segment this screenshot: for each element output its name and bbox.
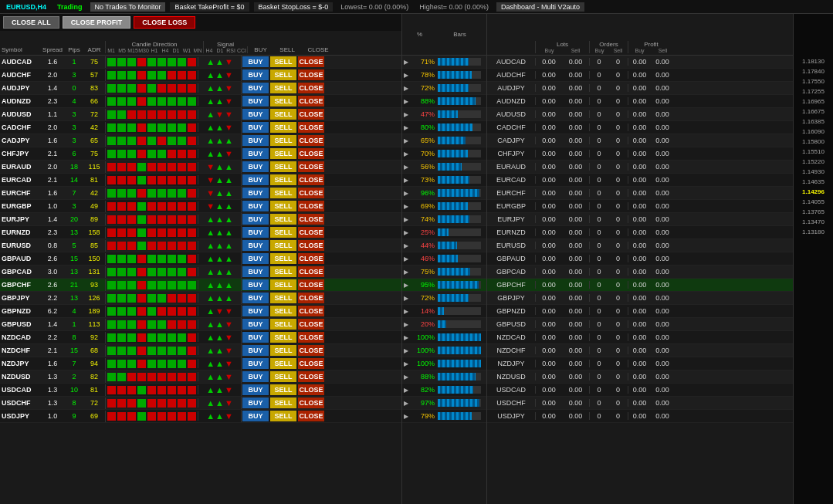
sell-button[interactable]: SELL	[270, 188, 296, 198]
buy-button[interactable]: BUY	[242, 371, 269, 382]
close-row-button[interactable]: CLOSE	[298, 83, 324, 93]
r-sym: EURUSD	[487, 242, 535, 249]
close-row-button[interactable]: CLOSE	[298, 135, 324, 146]
sell-button[interactable]: SELL	[270, 240, 296, 251]
sell-button[interactable]: SELL	[270, 266, 296, 277]
close-row-button[interactable]: CLOSE	[298, 371, 324, 382]
cell-pips: 8	[65, 333, 83, 341]
r-pr-b: 0.00	[628, 189, 651, 197]
buy-button[interactable]: BUY	[242, 319, 269, 330]
buy-button[interactable]: BUY	[242, 56, 269, 67]
buy-button[interactable]: BUY	[242, 332, 269, 343]
buy-button[interactable]: BUY	[242, 188, 269, 198]
close-row-button[interactable]: CLOSE	[298, 96, 324, 107]
close-row-button[interactable]: CLOSE	[298, 384, 324, 395]
arrow-icon: ▶	[404, 387, 408, 394]
sell-button[interactable]: SELL	[270, 293, 296, 303]
close-row-button[interactable]: CLOSE	[298, 227, 324, 238]
close-row-button[interactable]: CLOSE	[298, 214, 324, 225]
sell-button[interactable]: SELL	[270, 253, 296, 264]
sell-button[interactable]: SELL	[270, 122, 296, 133]
sell-button[interactable]: SELL	[270, 56, 296, 67]
buy-button[interactable]: BUY	[242, 214, 269, 225]
buy-button[interactable]: BUY	[242, 69, 269, 80]
close-row-button[interactable]: CLOSE	[298, 122, 324, 133]
close-row-button[interactable]: CLOSE	[298, 201, 324, 211]
buy-button[interactable]: BUY	[242, 411, 269, 421]
r-pr-s: 0.00	[651, 58, 674, 66]
table-row: EURCAD 2.1 14 81 ▼▲▲ BUY SELL CLOSE	[0, 174, 401, 187]
close-row-button[interactable]: CLOSE	[298, 56, 324, 67]
buy-button[interactable]: BUY	[242, 345, 269, 356]
close-row-button[interactable]: CLOSE	[298, 279, 324, 290]
buy-button[interactable]: BUY	[242, 174, 269, 185]
cell-bsc: BUY SELL CLOSE	[241, 305, 325, 317]
sell-button[interactable]: SELL	[270, 174, 296, 185]
sell-button[interactable]: SELL	[270, 371, 296, 382]
close-row-button[interactable]: CLOSE	[298, 293, 324, 303]
close-row-button[interactable]: CLOSE	[298, 266, 324, 277]
close-all-button[interactable]: CLOSE ALL	[3, 16, 59, 29]
sell-button[interactable]: SELL	[270, 201, 296, 211]
buy-button[interactable]: BUY	[242, 266, 269, 277]
buy-button[interactable]: BUY	[242, 279, 269, 290]
close-row-button[interactable]: CLOSE	[298, 253, 324, 264]
close-row-button[interactable]: CLOSE	[298, 319, 324, 330]
close-row-button[interactable]: CLOSE	[298, 69, 324, 80]
buy-button[interactable]: BUY	[242, 358, 269, 369]
sell-button[interactable]: SELL	[270, 96, 296, 107]
close-row-button[interactable]: CLOSE	[298, 109, 324, 120]
sell-button[interactable]: SELL	[270, 69, 296, 80]
close-loss-button[interactable]: CLOSE LOSS	[134, 16, 195, 29]
sell-button[interactable]: SELL	[270, 411, 296, 421]
right-row: CADCHF 0.00 0.00 0 0 0.00 0.00	[487, 121, 793, 134]
buy-button[interactable]: BUY	[242, 122, 269, 133]
sell-button[interactable]: SELL	[270, 332, 296, 343]
close-row-button[interactable]: CLOSE	[298, 188, 324, 198]
close-row-button[interactable]: CLOSE	[298, 397, 324, 408]
close-row-button[interactable]: CLOSE	[298, 148, 324, 159]
sell-button[interactable]: SELL	[270, 306, 296, 316]
sell-button[interactable]: SELL	[270, 83, 296, 93]
close-row-button[interactable]: CLOSE	[298, 240, 324, 251]
buy-button[interactable]: BUY	[242, 109, 269, 120]
close-row-button[interactable]: CLOSE	[298, 306, 324, 316]
sell-button[interactable]: SELL	[270, 135, 296, 146]
sell-button[interactable]: SELL	[270, 345, 296, 356]
right-row: EURAUD 0.00 0.00 0 0 0.00 0.00	[487, 161, 793, 174]
buy-button[interactable]: BUY	[242, 161, 269, 172]
sell-button[interactable]: SELL	[270, 397, 296, 408]
buy-button[interactable]: BUY	[242, 83, 269, 93]
sell-button[interactable]: SELL	[270, 279, 296, 290]
sell-button[interactable]: SELL	[270, 384, 296, 395]
close-row-button[interactable]: CLOSE	[298, 358, 324, 369]
close-row-button[interactable]: CLOSE	[298, 345, 324, 356]
close-row-button[interactable]: CLOSE	[298, 332, 324, 343]
sell-button[interactable]: SELL	[270, 319, 296, 330]
buy-button[interactable]: BUY	[242, 135, 269, 146]
sell-button[interactable]: SELL	[270, 109, 296, 120]
r-pr-b: 0.00	[628, 255, 651, 262]
sell-button[interactable]: SELL	[270, 358, 296, 369]
buy-button[interactable]: BUY	[242, 306, 269, 316]
buy-button[interactable]: BUY	[242, 397, 269, 408]
buy-button[interactable]: BUY	[242, 384, 269, 395]
buy-button[interactable]: BUY	[242, 96, 269, 107]
buy-button[interactable]: BUY	[242, 253, 269, 264]
buy-button[interactable]: BUY	[242, 148, 269, 159]
r-lots-s: 0.00	[562, 163, 589, 171]
middle-row: ▶ 100%	[402, 344, 486, 357]
buy-button[interactable]: BUY	[242, 240, 269, 251]
close-row-button[interactable]: CLOSE	[298, 161, 324, 172]
buy-button[interactable]: BUY	[242, 201, 269, 211]
sell-button[interactable]: SELL	[270, 161, 296, 172]
close-row-button[interactable]: CLOSE	[298, 411, 324, 421]
sell-button[interactable]: SELL	[270, 214, 296, 225]
close-row-button[interactable]: CLOSE	[298, 174, 324, 185]
buy-button[interactable]: BUY	[242, 293, 269, 303]
sell-button[interactable]: SELL	[270, 148, 296, 159]
close-profit-button[interactable]: CLOSE PROFIT	[63, 16, 131, 29]
buy-button[interactable]: BUY	[242, 227, 269, 238]
sell-button[interactable]: SELL	[270, 227, 296, 238]
cell-pips: 7	[65, 360, 83, 367]
